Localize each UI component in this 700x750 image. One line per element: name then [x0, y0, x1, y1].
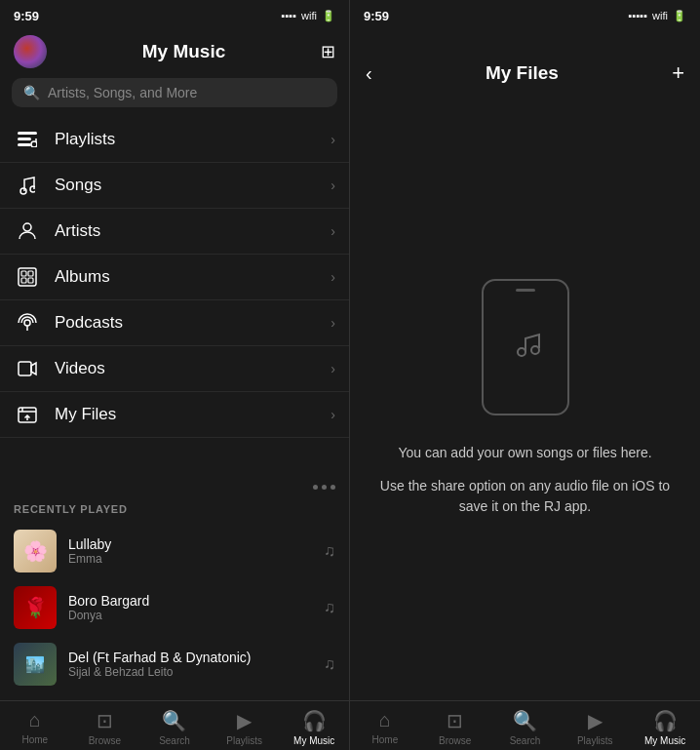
nav-playlists-label: Playlists	[577, 735, 613, 746]
recent-info-del: Del (Ft Farhad B & Dynatonic) Sijal & Be…	[68, 650, 312, 679]
back-button[interactable]: ‹	[366, 62, 372, 85]
search-nav-icon: 🔍	[162, 709, 186, 732]
menu-item-songs[interactable]: Songs ›	[0, 163, 349, 209]
playlists-icon	[14, 132, 41, 147]
nav-search-label: Search	[159, 735, 190, 746]
nav-search-label: Search	[510, 735, 541, 746]
right-nav-mymusic[interactable]: 🎧 My Music	[630, 709, 700, 746]
right-nav-browse[interactable]: ⊡ Browse	[420, 709, 490, 746]
avatar[interactable]	[14, 35, 47, 68]
menu-item-artists[interactable]: Artists ›	[0, 209, 349, 255]
svg-rect-2	[18, 143, 31, 146]
right-nav-playlists[interactable]: ▶ Playlists	[560, 709, 630, 746]
mymusic-nav-icon: 🎧	[302, 709, 327, 732]
menu-label-videos: Videos	[55, 359, 331, 378]
recent-info-lullaby: Lullaby Emma	[68, 536, 312, 566]
dot2	[322, 485, 327, 490]
nav-browse-label: Browse	[89, 735, 121, 746]
signal-icon: ▪▪▪▪	[282, 10, 297, 21]
search-nav-icon: 🔍	[513, 709, 537, 732]
page-title: My Music	[142, 41, 226, 62]
chevron-right-icon: ›	[331, 361, 335, 376]
empty-state-line2: Use the share option on any audio file o…	[379, 476, 671, 517]
svg-point-5	[20, 188, 26, 194]
nav-mymusic[interactable]: 🎧 My Music	[279, 709, 349, 746]
right-header: ‹ My Files +	[350, 27, 700, 96]
grid-icon[interactable]: ⊞	[321, 41, 335, 62]
nav-playlists[interactable]: ▶ Playlists	[210, 709, 280, 746]
right-nav-search[interactable]: 🔍 Search	[490, 709, 561, 746]
recent-item-boro[interactable]: 🌹 Boro Bargard Donya ♫	[14, 579, 335, 636]
right-status-bar: 9:59 ▪▪▪▪▪ wifi 🔋	[350, 0, 700, 27]
recent-title-del: Del (Ft Farhad B & Dynatonic)	[68, 650, 312, 665]
recent-thumb-del: 🏙️	[14, 643, 57, 686]
search-placeholder: Artists, Songs, and More	[48, 85, 197, 100]
phone-illustration	[482, 279, 569, 415]
menu-label-songs: Songs	[55, 176, 331, 195]
nav-home[interactable]: ⌂ Home	[0, 709, 70, 746]
svg-rect-8	[19, 268, 36, 286]
menu-item-videos[interactable]: Videos ›	[0, 346, 349, 392]
svg-point-18	[531, 346, 539, 354]
empty-state-line1: You can add your own songs or files here…	[379, 445, 671, 460]
recent-thumb-lullaby: 🌸	[14, 530, 57, 572]
menu-list: Playlists › Songs › Artists ›	[0, 117, 349, 475]
nav-search[interactable]: 🔍 Search	[139, 709, 210, 746]
menu-item-myfiles[interactable]: My Files ›	[0, 392, 349, 438]
empty-state-text: You can add your own songs or files here…	[379, 445, 671, 517]
left-status-time: 9:59	[14, 9, 39, 23]
music-note-icon: ♫	[324, 655, 335, 673]
left-panel: 9:59 ▪▪▪▪ wifi 🔋 My Music ⊞ 🔍 Artists, S…	[0, 0, 350, 750]
right-bottom-nav: ⌂ Home ⊡ Browse 🔍 Search ▶ Playlists 🎧 M…	[350, 700, 700, 750]
add-button[interactable]: +	[672, 60, 684, 86]
wifi-icon: wifi	[301, 10, 317, 21]
chevron-right-icon: ›	[331, 269, 335, 285]
left-status-icons: ▪▪▪▪ wifi 🔋	[282, 10, 336, 22]
left-header: My Music ⊞	[0, 27, 349, 78]
right-panel: 9:59 ▪▪▪▪▪ wifi 🔋 ‹ My Files + You can a…	[350, 0, 700, 750]
music-note-icon: ♫	[324, 599, 335, 616]
nav-mymusic-label: My Music	[293, 735, 334, 746]
left-bottom-nav: ⌂ Home ⊡ Browse 🔍 Search ▶ Playlists 🎧 M…	[0, 700, 349, 750]
chevron-right-icon: ›	[331, 223, 335, 239]
battery-icon: 🔋	[322, 10, 335, 22]
search-icon: 🔍	[23, 85, 40, 100]
nav-browse[interactable]: ⊡ Browse	[70, 709, 140, 746]
svg-rect-9	[21, 271, 26, 276]
menu-label-artists: Artists	[55, 221, 331, 241]
nav-home-label: Home	[21, 734, 48, 745]
menu-label-podcasts: Podcasts	[55, 313, 331, 333]
recent-item-del[interactable]: 🏙️ Del (Ft Farhad B & Dynatonic) Sijal &…	[14, 636, 335, 692]
right-status-icons: ▪▪▪▪▪ wifi 🔋	[629, 10, 686, 22]
nav-playlists-label: Playlists	[226, 735, 262, 746]
recent-artist-boro: Donya	[68, 609, 312, 622]
recently-played-label: RECENTLY PLAYED	[14, 503, 335, 515]
menu-label-albums: Albums	[55, 267, 331, 287]
menu-item-podcasts[interactable]: Podcasts ›	[0, 300, 349, 346]
menu-item-albums[interactable]: Albums ›	[0, 255, 349, 300]
recent-info-boro: Boro Bargard Donya	[68, 593, 312, 622]
recent-item-lullaby[interactable]: 🌸 Lullaby Emma ♫	[14, 523, 335, 579]
left-status-bar: 9:59 ▪▪▪▪ wifi 🔋	[0, 0, 349, 27]
right-nav-home[interactable]: ⌂ Home	[350, 709, 420, 746]
nav-mymusic-label: My Music	[644, 735, 685, 746]
artists-icon	[14, 221, 41, 241]
chevron-right-icon: ›	[331, 178, 335, 193]
home-icon: ⌂	[29, 709, 41, 731]
browse-icon: ⊡	[97, 709, 113, 732]
right-page-title: My Files	[486, 62, 559, 84]
search-bar[interactable]: 🔍 Artists, Songs, and More	[12, 78, 337, 107]
menu-item-playlists[interactable]: Playlists ›	[0, 117, 349, 163]
wifi-icon: wifi	[652, 10, 668, 21]
browse-icon: ⊡	[447, 709, 463, 732]
svg-point-7	[23, 223, 31, 231]
nav-browse-label: Browse	[439, 735, 471, 746]
recent-title-boro: Boro Bargard	[68, 593, 312, 609]
menu-label-myfiles: My Files	[55, 405, 331, 424]
recent-artist-del: Sijal & Behzad Leito	[68, 665, 312, 679]
more-dots[interactable]	[0, 475, 349, 499]
recent-thumb-boro: 🌹	[14, 586, 57, 629]
playlists-nav-icon: ▶	[588, 709, 603, 732]
battery-icon: 🔋	[673, 10, 686, 22]
svg-rect-1	[18, 138, 31, 140]
